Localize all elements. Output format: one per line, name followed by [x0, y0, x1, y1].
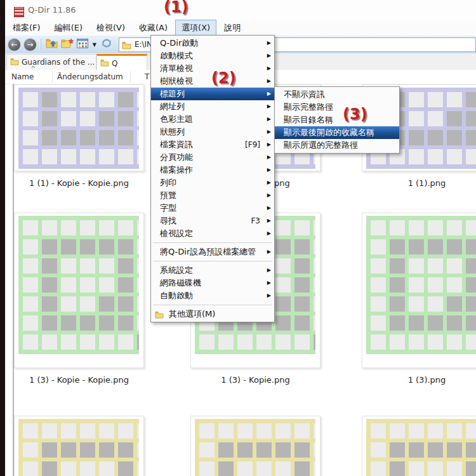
tab-0[interactable]: Guardians of the ...: [6, 54, 96, 70]
folder-favorites-button[interactable]: [61, 38, 74, 51]
submenu-arrow-icon: ▶: [267, 37, 271, 50]
title-row-submenu: 不顯示資訊顯示完整路徑顯示目錄名稱顯示最後開啟的收藏名稱顯示所選的完整路徑: [274, 86, 400, 154]
column-header-t[interactable]: T: [145, 72, 149, 81]
tab-active-1[interactable]: Q: [96, 54, 147, 72]
options-menu-item-13[interactable]: 字型▶: [151, 202, 274, 215]
forward-icon: →: [27, 40, 33, 49]
options-menu-item-23[interactable]: 其他選項(M): [151, 308, 274, 321]
options-menu-separator: [153, 305, 272, 305]
folder-up-icon: [46, 38, 58, 51]
file-name: 1 (1).png: [362, 178, 476, 188]
folder-up-button[interactable]: [46, 38, 58, 51]
menubar-item-4-open[interactable]: 選項(X): [175, 20, 216, 36]
submenu-arrow-icon: ▶: [267, 202, 271, 215]
file-item[interactable]: 1 (1) - Kopie - Kopie.png: [14, 84, 144, 188]
menu-item-label: 顯示最後開啟的收藏名稱: [284, 128, 374, 137]
options-menu-item-10[interactable]: 檔案操作▶: [151, 164, 274, 176]
options-menu-item-14[interactable]: 尋找F3▶: [151, 215, 274, 227]
tab-label: Q: [109, 59, 121, 68]
submenu-arrow-icon: ▶: [267, 164, 271, 176]
sort-ascending-indicator: ^: [30, 65, 36, 72]
menu-item-label: 顯示完整路徑: [284, 102, 333, 112]
column-separator: [130, 71, 131, 83]
options-menu-item-17[interactable]: 將Q-Dir設為預設檔案總管▶: [151, 246, 274, 258]
file-name: 1 (1) - Kopie - Kopie.png: [14, 178, 144, 188]
file-item[interactable]: [362, 416, 476, 476]
title-submenu-item-4[interactable]: 顯示所選的完整路徑: [275, 139, 399, 152]
step-annotation-3: (3): [343, 105, 367, 123]
menu-item-label: 檢視設定: [160, 228, 193, 238]
file-thumbnail: [362, 416, 476, 476]
menu-item-label: 網路磁碟機: [160, 278, 201, 288]
submenu-arrow-icon: ▶: [267, 50, 271, 62]
column-header-änderungsdatum[interactable]: Änderungsdatum: [57, 72, 123, 81]
options-menu-separator: [153, 242, 272, 243]
submenu-arrow-icon: ▶: [267, 289, 271, 302]
submenu-arrow-icon: ▶: [267, 246, 271, 258]
title-submenu-item-2[interactable]: 顯示目錄名稱: [275, 114, 399, 126]
window-title: Q-Dir 11.86: [28, 5, 76, 15]
menu-item-label: 檔案操作: [160, 165, 193, 175]
qdir-app-icon: [14, 7, 24, 17]
options-menu-item-8[interactable]: 檔案資訊[F9]▶: [151, 138, 274, 151]
options-menu-item-9[interactable]: 分頁功能▶: [151, 151, 274, 164]
folder-icon: [122, 40, 131, 52]
view-dropdown-button[interactable]: ▼: [91, 42, 98, 48]
menu-item-label: 清單檢視: [160, 63, 193, 73]
options-menu-item-21[interactable]: 自動啟動▶: [151, 289, 274, 302]
menubar-item-1[interactable]: 編輯(E): [48, 20, 89, 36]
file-item[interactable]: 1 (3) - Kopie - Kopie.png: [14, 213, 144, 385]
folder-icon: [100, 59, 109, 69]
dropdown-arrow-icon: ▼: [93, 42, 96, 48]
submenu-arrow-icon: ▶: [267, 75, 271, 88]
options-menu-item-15[interactable]: 檢視設定▶: [151, 227, 274, 240]
file-thumbnail: [14, 416, 144, 476]
options-menu-item-5[interactable]: 網址列▶: [151, 100, 274, 113]
title-submenu-item-0[interactable]: 不顯示資訊: [275, 88, 399, 101]
column-separator: [52, 71, 53, 83]
submenu-arrow-icon: ▶: [267, 151, 271, 164]
title-submenu-item-1[interactable]: 顯示完整路徑: [275, 101, 399, 114]
view-grid-button[interactable]: [77, 39, 88, 51]
menu-item-label: 字型: [160, 203, 176, 213]
menu-item-label: 樹狀檢視: [160, 76, 193, 86]
options-menu-item-0[interactable]: Q-Dir啟動▶: [151, 37, 274, 50]
screen-edge-strip: [0, 0, 5, 476]
menu-item-label: 不顯示資訊: [284, 89, 325, 99]
submenu-arrow-icon: ▶: [267, 62, 271, 75]
options-menu-item-19[interactable]: 系統設定▶: [151, 264, 274, 277]
menu-item-label: 網址列: [160, 102, 185, 111]
file-item[interactable]: [14, 416, 144, 476]
options-menu-item-1[interactable]: 啟動模式▶: [151, 50, 274, 62]
submenu-arrow-icon: ▶: [267, 215, 271, 227]
options-menu-item-6[interactable]: 色彩主題▶: [151, 113, 274, 126]
column-header-name[interactable]: Name: [11, 72, 34, 81]
forward-button[interactable]: →: [23, 38, 37, 51]
options-menu-item-7[interactable]: 狀態列▶: [151, 126, 274, 138]
folder-favorites-icon: [61, 38, 74, 51]
options-menu-item-11[interactable]: 列印▶: [151, 176, 274, 189]
menubar-item-5[interactable]: 說明: [218, 20, 247, 36]
menu-item-label: 檔案資訊: [160, 140, 193, 149]
menubar-item-3[interactable]: 收藏(A): [133, 20, 174, 36]
options-menu-item-20[interactable]: 網路磁碟機▶: [151, 277, 274, 289]
menubar-item-2[interactable]: 檢視(V): [90, 20, 131, 36]
back-button[interactable]: ←: [8, 38, 21, 51]
menu-item-label: 顯示所選的完整路徑: [284, 140, 358, 150]
options-menu-item-4-highlighted[interactable]: 標題列▶: [151, 88, 274, 100]
submenu-arrow-icon: ▶: [267, 113, 271, 126]
file-thumbnail: [190, 416, 321, 476]
menu-bar: 檔案(F)編輯(E)檢視(V)收藏(A)選項(X)說明: [5, 20, 476, 36]
qdir-window: Q-Dir 11.86 檔案(F)編輯(E)檢視(V)收藏(A)選項(X)說明 …: [0, 0, 476, 476]
view-grid-icon: [77, 39, 88, 51]
submenu-arrow-icon: ▶: [267, 138, 271, 151]
submenu-arrow-icon: ▶: [267, 227, 271, 240]
file-item[interactable]: 1 (3).png: [362, 213, 476, 385]
menu-item-shortcut: F3: [251, 215, 260, 227]
title-submenu-item-3-highlighted[interactable]: 顯示最後開啟的收藏名稱: [275, 126, 399, 139]
refresh-button[interactable]: [101, 38, 112, 51]
options-menu-item-12[interactable]: 預覽▶: [151, 189, 274, 202]
menubar-item-0[interactable]: 檔案(F): [6, 20, 47, 36]
file-item[interactable]: [190, 416, 321, 476]
file-name: 1 (3) - Kopie.png: [190, 375, 321, 385]
